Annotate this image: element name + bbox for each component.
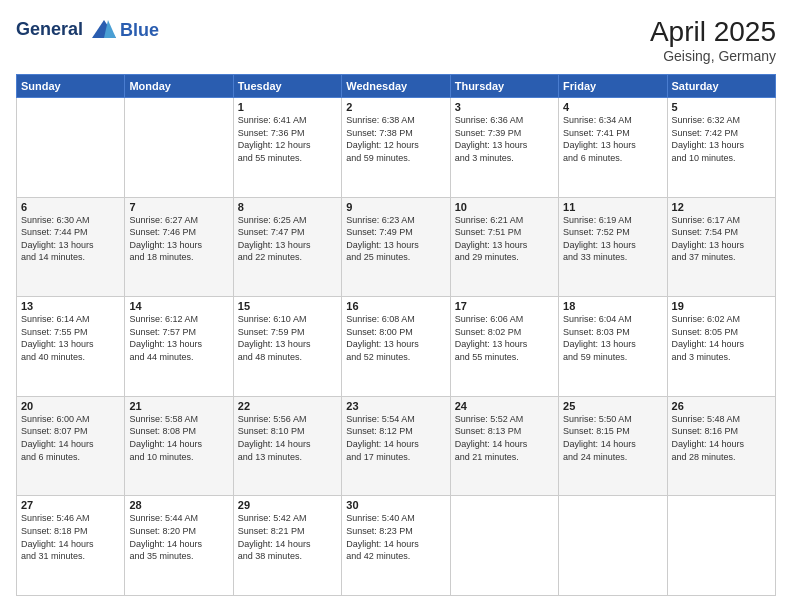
day-number: 23 <box>346 400 445 412</box>
day-info: Sunrise: 5:50 AM Sunset: 8:15 PM Dayligh… <box>563 413 662 463</box>
calendar-cell: 2Sunrise: 6:38 AM Sunset: 7:38 PM Daylig… <box>342 98 450 198</box>
day-number: 11 <box>563 201 662 213</box>
calendar-week-row: 13Sunrise: 6:14 AM Sunset: 7:55 PM Dayli… <box>17 297 776 397</box>
title-block: April 2025 Geising, Germany <box>650 16 776 64</box>
calendar-cell: 27Sunrise: 5:46 AM Sunset: 8:18 PM Dayli… <box>17 496 125 596</box>
day-info: Sunrise: 6:30 AM Sunset: 7:44 PM Dayligh… <box>21 214 120 264</box>
day-info: Sunrise: 6:27 AM Sunset: 7:46 PM Dayligh… <box>129 214 228 264</box>
calendar-cell: 1Sunrise: 6:41 AM Sunset: 7:36 PM Daylig… <box>233 98 341 198</box>
day-info: Sunrise: 6:17 AM Sunset: 7:54 PM Dayligh… <box>672 214 771 264</box>
day-number: 28 <box>129 499 228 511</box>
calendar-cell: 9Sunrise: 6:23 AM Sunset: 7:49 PM Daylig… <box>342 197 450 297</box>
day-info: Sunrise: 6:02 AM Sunset: 8:05 PM Dayligh… <box>672 313 771 363</box>
day-info: Sunrise: 6:08 AM Sunset: 8:00 PM Dayligh… <box>346 313 445 363</box>
day-info: Sunrise: 6:21 AM Sunset: 7:51 PM Dayligh… <box>455 214 554 264</box>
calendar-cell: 4Sunrise: 6:34 AM Sunset: 7:41 PM Daylig… <box>559 98 667 198</box>
day-number: 24 <box>455 400 554 412</box>
day-number: 8 <box>238 201 337 213</box>
calendar-cell: 10Sunrise: 6:21 AM Sunset: 7:51 PM Dayli… <box>450 197 558 297</box>
day-info: Sunrise: 6:19 AM Sunset: 7:52 PM Dayligh… <box>563 214 662 264</box>
calendar-cell: 23Sunrise: 5:54 AM Sunset: 8:12 PM Dayli… <box>342 396 450 496</box>
day-number: 27 <box>21 499 120 511</box>
calendar-cell: 8Sunrise: 6:25 AM Sunset: 7:47 PM Daylig… <box>233 197 341 297</box>
day-number: 10 <box>455 201 554 213</box>
day-info: Sunrise: 6:32 AM Sunset: 7:42 PM Dayligh… <box>672 114 771 164</box>
day-number: 3 <box>455 101 554 113</box>
calendar-week-row: 1Sunrise: 6:41 AM Sunset: 7:36 PM Daylig… <box>17 98 776 198</box>
calendar-cell <box>125 98 233 198</box>
calendar-cell: 26Sunrise: 5:48 AM Sunset: 8:16 PM Dayli… <box>667 396 775 496</box>
calendar-cell: 5Sunrise: 6:32 AM Sunset: 7:42 PM Daylig… <box>667 98 775 198</box>
weekday-header-monday: Monday <box>125 75 233 98</box>
calendar-cell: 11Sunrise: 6:19 AM Sunset: 7:52 PM Dayli… <box>559 197 667 297</box>
logo-text: General <box>16 16 118 44</box>
day-number: 12 <box>672 201 771 213</box>
calendar-cell: 12Sunrise: 6:17 AM Sunset: 7:54 PM Dayli… <box>667 197 775 297</box>
day-info: Sunrise: 5:40 AM Sunset: 8:23 PM Dayligh… <box>346 512 445 562</box>
calendar-cell: 3Sunrise: 6:36 AM Sunset: 7:39 PM Daylig… <box>450 98 558 198</box>
day-number: 7 <box>129 201 228 213</box>
day-number: 29 <box>238 499 337 511</box>
day-number: 19 <box>672 300 771 312</box>
calendar-cell: 24Sunrise: 5:52 AM Sunset: 8:13 PM Dayli… <box>450 396 558 496</box>
weekday-header-wednesday: Wednesday <box>342 75 450 98</box>
day-number: 20 <box>21 400 120 412</box>
calendar-cell: 18Sunrise: 6:04 AM Sunset: 8:03 PM Dayli… <box>559 297 667 397</box>
day-number: 21 <box>129 400 228 412</box>
day-number: 25 <box>563 400 662 412</box>
day-number: 16 <box>346 300 445 312</box>
day-info: Sunrise: 5:56 AM Sunset: 8:10 PM Dayligh… <box>238 413 337 463</box>
day-info: Sunrise: 6:41 AM Sunset: 7:36 PM Dayligh… <box>238 114 337 164</box>
day-info: Sunrise: 5:42 AM Sunset: 8:21 PM Dayligh… <box>238 512 337 562</box>
day-number: 13 <box>21 300 120 312</box>
calendar-cell: 14Sunrise: 6:12 AM Sunset: 7:57 PM Dayli… <box>125 297 233 397</box>
calendar-table: SundayMondayTuesdayWednesdayThursdayFrid… <box>16 74 776 596</box>
calendar-cell <box>667 496 775 596</box>
day-info: Sunrise: 5:46 AM Sunset: 8:18 PM Dayligh… <box>21 512 120 562</box>
day-info: Sunrise: 5:48 AM Sunset: 8:16 PM Dayligh… <box>672 413 771 463</box>
weekday-header-row: SundayMondayTuesdayWednesdayThursdayFrid… <box>17 75 776 98</box>
calendar-cell: 25Sunrise: 5:50 AM Sunset: 8:15 PM Dayli… <box>559 396 667 496</box>
day-info: Sunrise: 5:44 AM Sunset: 8:20 PM Dayligh… <box>129 512 228 562</box>
day-number: 15 <box>238 300 337 312</box>
day-number: 22 <box>238 400 337 412</box>
calendar-cell: 30Sunrise: 5:40 AM Sunset: 8:23 PM Dayli… <box>342 496 450 596</box>
weekday-header-tuesday: Tuesday <box>233 75 341 98</box>
calendar-cell: 7Sunrise: 6:27 AM Sunset: 7:46 PM Daylig… <box>125 197 233 297</box>
day-number: 9 <box>346 201 445 213</box>
day-info: Sunrise: 5:54 AM Sunset: 8:12 PM Dayligh… <box>346 413 445 463</box>
calendar-cell <box>450 496 558 596</box>
calendar-cell: 16Sunrise: 6:08 AM Sunset: 8:00 PM Dayli… <box>342 297 450 397</box>
calendar-cell: 15Sunrise: 6:10 AM Sunset: 7:59 PM Dayli… <box>233 297 341 397</box>
calendar-cell: 17Sunrise: 6:06 AM Sunset: 8:02 PM Dayli… <box>450 297 558 397</box>
calendar-cell: 20Sunrise: 6:00 AM Sunset: 8:07 PM Dayli… <box>17 396 125 496</box>
logo-blue: Blue <box>120 20 159 41</box>
calendar-week-row: 6Sunrise: 6:30 AM Sunset: 7:44 PM Daylig… <box>17 197 776 297</box>
location: Geising, Germany <box>650 48 776 64</box>
day-info: Sunrise: 6:10 AM Sunset: 7:59 PM Dayligh… <box>238 313 337 363</box>
page: General Blue April 2025 Geising, Germany… <box>0 0 792 612</box>
day-info: Sunrise: 6:14 AM Sunset: 7:55 PM Dayligh… <box>21 313 120 363</box>
day-number: 14 <box>129 300 228 312</box>
calendar-cell <box>17 98 125 198</box>
day-number: 18 <box>563 300 662 312</box>
day-info: Sunrise: 6:25 AM Sunset: 7:47 PM Dayligh… <box>238 214 337 264</box>
day-info: Sunrise: 6:38 AM Sunset: 7:38 PM Dayligh… <box>346 114 445 164</box>
day-number: 26 <box>672 400 771 412</box>
day-number: 4 <box>563 101 662 113</box>
logo: General Blue <box>16 16 159 44</box>
day-number: 2 <box>346 101 445 113</box>
day-info: Sunrise: 6:34 AM Sunset: 7:41 PM Dayligh… <box>563 114 662 164</box>
calendar-cell: 28Sunrise: 5:44 AM Sunset: 8:20 PM Dayli… <box>125 496 233 596</box>
calendar-week-row: 20Sunrise: 6:00 AM Sunset: 8:07 PM Dayli… <box>17 396 776 496</box>
calendar-cell: 19Sunrise: 6:02 AM Sunset: 8:05 PM Dayli… <box>667 297 775 397</box>
day-info: Sunrise: 6:00 AM Sunset: 8:07 PM Dayligh… <box>21 413 120 463</box>
day-number: 30 <box>346 499 445 511</box>
day-number: 6 <box>21 201 120 213</box>
calendar-cell: 13Sunrise: 6:14 AM Sunset: 7:55 PM Dayli… <box>17 297 125 397</box>
logo-icon <box>90 16 118 44</box>
day-number: 5 <box>672 101 771 113</box>
day-info: Sunrise: 6:36 AM Sunset: 7:39 PM Dayligh… <box>455 114 554 164</box>
calendar-week-row: 27Sunrise: 5:46 AM Sunset: 8:18 PM Dayli… <box>17 496 776 596</box>
header: General Blue April 2025 Geising, Germany <box>16 16 776 64</box>
